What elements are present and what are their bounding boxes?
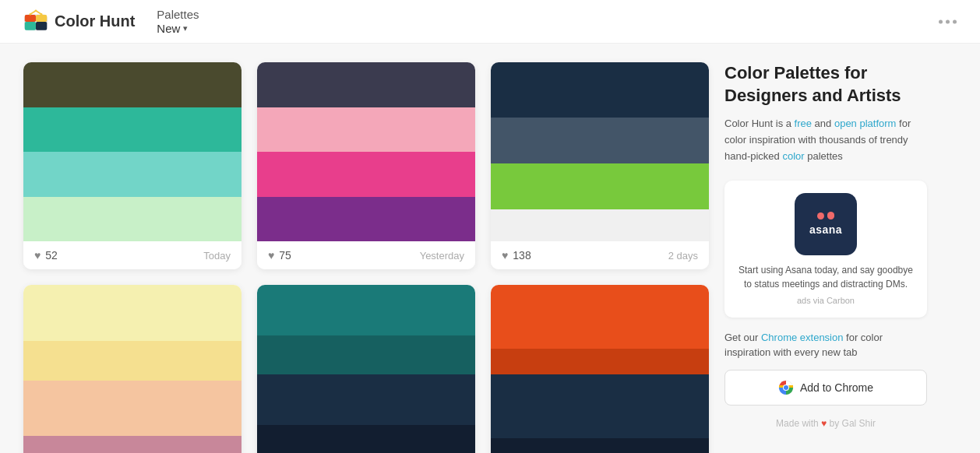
like-section-2[interactable]: ♥ 75 [268,249,291,262]
swatch-1-3 [23,152,241,197]
palette-card-5[interactable]: ♥ 61 3 days [257,285,475,453]
palette-card-4[interactable]: ♥ 44 3 days [23,285,241,453]
like-count-2: 75 [279,249,291,262]
svg-point-12 [784,385,788,390]
chrome-icon [778,380,794,395]
open-highlight: open platform [834,118,897,129]
swatch-5-1 [257,285,475,335]
swatch-4-3 [23,381,241,437]
sidebar-title: Color Palettes for Designers and Artists [724,62,927,107]
svg-point-7 [41,12,43,15]
svg-rect-2 [36,15,47,22]
main-container: ♥ 52 Today ♥ 75 Yesterday [0,44,980,453]
like-count-3: 138 [513,249,531,262]
date-label-3: 2 days [668,250,698,262]
date-label-1: Today [203,250,231,262]
swatch-5-3 [257,374,475,425]
palettes-grid: ♥ 52 Today ♥ 75 Yesterday [23,62,709,453]
logo-area[interactable]: Color Hunt [23,9,135,34]
swatch-6-1 [491,285,709,349]
svg-rect-3 [25,22,36,30]
sidebar: Color Palettes for Designers and Artists… [724,62,927,453]
swatch-2-4 [257,197,475,242]
svg-rect-4 [36,22,47,30]
chrome-section: Get our Chrome extension for color inspi… [724,330,927,406]
svg-point-6 [35,9,37,12]
palette-swatches-3 [491,62,709,241]
swatch-2-2 [257,107,475,153]
swatch-3-3 [491,163,709,209]
swatch-3-4 [491,209,709,241]
ad-description: Start using Asana today, and say goodbye… [737,263,915,291]
heart-icon-2: ♥ [268,249,274,262]
palette-swatches-2 [257,62,475,241]
chrome-description: Get our Chrome extension for color inspi… [724,330,927,360]
like-count-1: 52 [45,249,58,262]
chevron-down-icon: ▾ [183,23,188,33]
swatch-5-2 [257,335,475,374]
footer: Made with ♥ by Gal Shir [724,418,927,429]
heart-icon-footer: ♥ [821,418,827,429]
main-nav: Palettes New ▾ [157,8,214,35]
nav-palettes[interactable]: Palettes [157,8,199,21]
dot-2 [946,19,950,23]
add-to-chrome-button[interactable]: Add to Chrome [724,370,927,406]
swatch-2-1 [257,62,475,107]
palette-card-6[interactable]: ♥ 89 4 days [491,285,709,453]
dot-3 [953,19,957,23]
palette-card-3[interactable]: ♥ 138 2 days [491,62,709,269]
palette-card-2[interactable]: ♥ 75 Yesterday [257,62,475,269]
color-highlight: color [782,150,804,162]
more-options-button[interactable] [939,19,957,23]
svg-point-5 [30,12,32,15]
palette-footer-1: ♥ 52 Today [23,241,241,269]
ad-via: ads via Carbon [737,296,915,305]
dot-1 [939,19,943,23]
swatch-6-2 [491,349,709,374]
heart-icon-3: ♥ [502,249,508,262]
heart-icon-1: ♥ [34,249,41,262]
swatch-1-4 [23,197,241,242]
like-section-1[interactable]: ♥ 52 [34,249,58,262]
swatch-2-3 [257,152,475,197]
swatch-6-3 [491,374,709,438]
asana-logo: asana [795,193,857,255]
palette-footer-3: ♥ 138 2 days [491,241,709,269]
swatch-1-2 [23,107,241,153]
swatch-4-1 [23,285,241,341]
palette-swatches-5 [257,285,475,453]
like-section-3[interactable]: ♥ 138 [502,249,531,262]
date-label-2: Yesterday [420,250,464,262]
ad-block[interactable]: asana Start using Asana today, and say g… [724,181,927,318]
palette-swatches-6 [491,285,709,453]
swatch-6-4 [491,438,709,453]
add-to-chrome-label: Add to Chrome [800,381,873,394]
swatch-3-2 [491,118,709,163]
logo-text: Color Hunt [55,12,135,30]
logo-icon [23,9,48,34]
palette-card-1[interactable]: ♥ 52 Today [23,62,241,269]
swatch-3-1 [491,62,709,118]
swatch-4-2 [23,341,241,381]
svg-rect-1 [25,15,36,22]
swatch-5-4 [257,425,475,453]
palette-swatches-4 [23,285,241,453]
sidebar-description: Color Hunt is a free and open platform f… [724,116,927,164]
chrome-link[interactable]: Chrome extension [761,332,844,343]
swatch-1-1 [23,62,241,107]
nav-new[interactable]: New ▾ [157,22,214,35]
swatch-4-4 [23,436,241,453]
palette-footer-2: ♥ 75 Yesterday [257,241,475,269]
free-highlight: free [795,118,812,129]
palette-swatches-1 [23,62,241,241]
header: Color Hunt Palettes New ▾ [0,0,980,44]
